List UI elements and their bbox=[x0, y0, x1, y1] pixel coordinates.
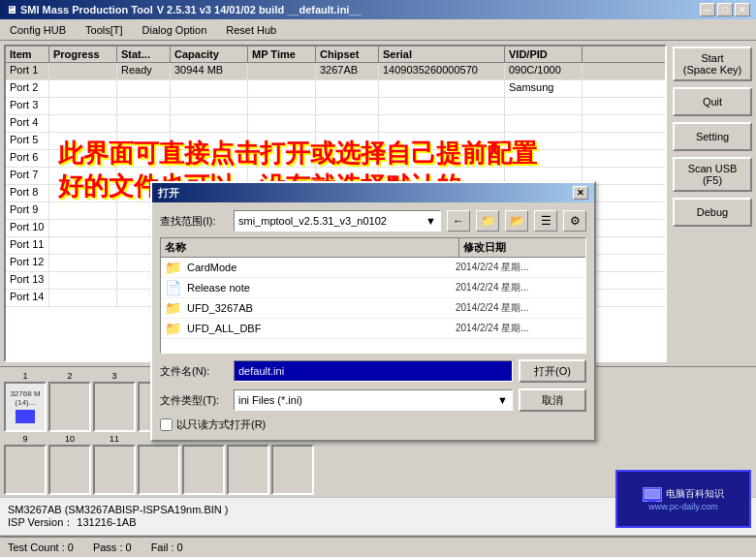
readonly-checkbox[interactable] bbox=[160, 418, 173, 431]
col-item: Item bbox=[6, 46, 49, 62]
filetype-dropdown-icon: ▼ bbox=[497, 394, 508, 406]
col-chipset: Chipset bbox=[316, 46, 379, 62]
table-row[interactable]: Port 5 bbox=[6, 133, 665, 150]
title-bar-left: 🖥 SMI Mass Production Tool V 2.5.31 v3 1… bbox=[6, 4, 362, 15]
test-count: Test Count : 0 bbox=[8, 542, 74, 553]
logo-url: www.pc-daily.com bbox=[648, 502, 717, 511]
file-date: 2014/2/24 星期... bbox=[456, 301, 582, 315]
readonly-row: 以只读方式打开(R) bbox=[160, 418, 586, 432]
file-item[interactable]: 📁CardMode2014/2/24 星期... bbox=[161, 258, 585, 278]
file-name: Release note bbox=[187, 282, 456, 294]
filename-label: 文件名(N): bbox=[160, 364, 228, 379]
slot-label-10: 10 bbox=[48, 434, 91, 444]
col-serial: Serial bbox=[379, 46, 505, 62]
dialog-close-button[interactable]: ✕ bbox=[573, 186, 588, 200]
file-item[interactable]: 📁UFD_ALL_DBF2014/2/24 星期... bbox=[161, 319, 585, 339]
maximize-button[interactable]: □ bbox=[717, 3, 733, 16]
device-slot-2[interactable] bbox=[48, 382, 91, 432]
dialog-title-text: 打开 bbox=[158, 186, 179, 201]
path-label: 查找范围(I): bbox=[160, 214, 228, 229]
device-slot-9[interactable] bbox=[4, 445, 47, 495]
filetype-label: 文件类型(T): bbox=[160, 393, 228, 408]
cancel-button[interactable]: 取消 bbox=[519, 388, 586, 412]
slot-label-11: 11 bbox=[93, 434, 136, 444]
debug-button[interactable]: Debug bbox=[673, 198, 752, 227]
col-progress: Progress bbox=[49, 46, 117, 62]
device-slot-13[interactable] bbox=[182, 445, 225, 495]
dialog-body: 查找范围(I): smi_mptool_v2.5.31_v3_n0102 ▼ ←… bbox=[152, 202, 594, 440]
filename-input[interactable]: default.ini bbox=[234, 360, 513, 382]
table-row[interactable]: Port 3 bbox=[6, 98, 665, 115]
table-row[interactable]: Port 4 bbox=[6, 115, 665, 133]
filetype-value: ini Files (*.ini) bbox=[238, 394, 302, 406]
table-row[interactable]: Port 6 bbox=[6, 150, 665, 168]
file-name: UFD_ALL_DBF bbox=[187, 323, 456, 334]
menu-config-hub[interactable]: Config HUB bbox=[4, 22, 72, 38]
device-slot-3[interactable] bbox=[93, 382, 136, 432]
col-status: Stat... bbox=[117, 46, 171, 62]
quit-button[interactable]: Quit bbox=[673, 87, 752, 116]
nav-new-folder-button[interactable]: 📂 bbox=[505, 210, 528, 232]
dialog-title-bar: 打开 ✕ bbox=[152, 183, 594, 202]
title-bar: 🖥 SMI Mass Production Tool V 2.5.31 v3 1… bbox=[0, 0, 756, 19]
readonly-label: 以只读方式打开(R) bbox=[176, 418, 266, 432]
menu-dialog-option[interactable]: Dialog Option bbox=[137, 22, 213, 38]
device-slot-11[interactable] bbox=[93, 445, 136, 495]
menu-tools[interactable]: Tools[T] bbox=[79, 22, 129, 38]
path-combo[interactable]: smi_mptool_v2.5.31_v3_n0102 ▼ bbox=[234, 210, 441, 232]
filetype-select[interactable]: ini Files (*.ini) ▼ bbox=[234, 389, 513, 411]
close-button[interactable]: ✕ bbox=[735, 3, 750, 16]
monitor-icon bbox=[643, 487, 662, 502]
view-grid-button[interactable]: ⚙ bbox=[563, 210, 586, 232]
logo-container: 电脑百科知识 www.pc-daily.com bbox=[615, 470, 751, 528]
file-icon: 📁 bbox=[165, 300, 181, 316]
view-list-button[interactable]: ☰ bbox=[534, 210, 557, 232]
file-date: 2014/2/24 星期... bbox=[456, 261, 582, 274]
device-slot-12[interactable] bbox=[138, 445, 180, 495]
device-slot-10[interactable] bbox=[48, 445, 91, 495]
logo-text: 电脑百科知识 bbox=[666, 487, 724, 501]
col-date-header: 修改日期 bbox=[459, 238, 585, 257]
file-item[interactable]: 📄Release note2014/2/24 星期... bbox=[161, 278, 585, 298]
slot-label-1: 1 bbox=[4, 371, 47, 381]
path-dropdown-icon: ▼ bbox=[425, 215, 436, 227]
menu-bar: Config HUB Tools[T] Dialog Option Reset … bbox=[0, 19, 756, 41]
file-date: 2014/2/24 星期... bbox=[456, 281, 582, 294]
pass-count: Pass : 0 bbox=[93, 542, 132, 553]
path-row: 查找范围(I): smi_mptool_v2.5.31_v3_n0102 ▼ ←… bbox=[160, 210, 586, 232]
file-item[interactable]: 📁UFD_3267AB2014/2/24 星期... bbox=[161, 298, 585, 319]
logo-top-text: 电脑百科知识 bbox=[643, 487, 724, 502]
table-row[interactable]: Port 1Ready30944 MB3267AB140903526000057… bbox=[6, 63, 665, 80]
file-icon: 📁 bbox=[165, 321, 181, 336]
setting-button[interactable]: Setting bbox=[673, 122, 752, 151]
file-icon: 📁 bbox=[165, 260, 181, 275]
nav-folder-button[interactable]: 📁 bbox=[476, 210, 499, 232]
slot-label-3: 3 bbox=[93, 371, 136, 381]
start-button[interactable]: Start(Space Key) bbox=[673, 46, 752, 81]
table-row[interactable]: Port 2Samsung bbox=[6, 80, 665, 98]
file-open-dialog: 打开 ✕ 查找范围(I): smi_mptool_v2.5.31_v3_n010… bbox=[150, 181, 596, 442]
file-date: 2014/2/24 星期... bbox=[456, 322, 582, 335]
open-button[interactable]: 打开(O) bbox=[519, 359, 586, 383]
minimize-button[interactable]: ─ bbox=[700, 3, 715, 16]
device-slot-15[interactable] bbox=[271, 445, 314, 495]
file-name: CardMode bbox=[187, 262, 456, 273]
title-bar-controls: ─ □ ✕ bbox=[700, 3, 750, 16]
app-icon: 🖥 bbox=[6, 4, 16, 15]
file-list[interactable]: 名称 修改日期 📁CardMode2014/2/24 星期...📄Release… bbox=[160, 237, 586, 354]
menu-reset-hub[interactable]: Reset Hub bbox=[220, 22, 282, 38]
fail-count: Fail : 0 bbox=[151, 542, 183, 553]
slot-label-2: 2 bbox=[48, 371, 91, 381]
filename-value: default.ini bbox=[238, 365, 284, 377]
filetype-row: 文件类型(T): ini Files (*.ini) ▼ 取消 bbox=[160, 388, 586, 412]
device-slot-14[interactable] bbox=[227, 445, 269, 495]
slot-label-9: 9 bbox=[4, 434, 47, 444]
col-name-header: 名称 bbox=[161, 238, 459, 257]
device-slot-1[interactable]: 32768 M (14)... bbox=[4, 382, 47, 432]
path-value: smi_mptool_v2.5.31_v3_n0102 bbox=[238, 215, 387, 227]
col-capacity: Capacity bbox=[171, 46, 248, 62]
nav-back-button[interactable]: ← bbox=[447, 210, 470, 232]
scan-usb-button[interactable]: Scan USB(F5) bbox=[673, 157, 752, 192]
file-name: UFD_3267AB bbox=[187, 302, 456, 314]
app-title: SMI Mass Production Tool bbox=[20, 4, 153, 15]
